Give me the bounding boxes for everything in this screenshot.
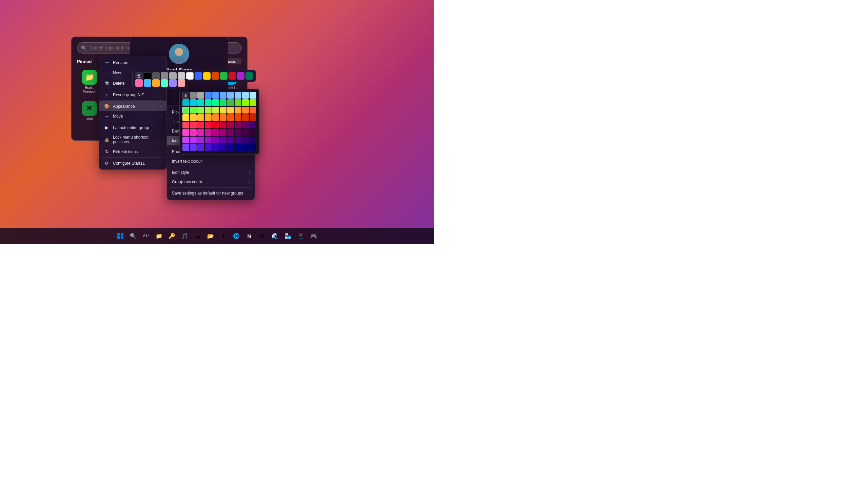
pal-p2[interactable] (190, 137, 197, 143)
edge-taskbar-button[interactable]: 🌊 (270, 230, 280, 241)
pal-r10[interactable] (250, 122, 256, 128)
pal-p1[interactable] (182, 137, 189, 143)
pal-y1[interactable] (182, 114, 189, 121)
pal-r6[interactable] (220, 122, 226, 128)
pal-o5[interactable] (235, 114, 241, 121)
ctx-appearance[interactable]: 🎨 Appearance › (99, 101, 166, 111)
pal-yg7[interactable] (227, 107, 234, 114)
ctx-lock[interactable]: 🔒 Lock menu shortcut positions (99, 133, 166, 147)
notion-taskbar-button[interactable]: N (244, 230, 255, 241)
color-swatch-skyblue[interactable] (144, 79, 151, 87)
pal-teal2[interactable] (190, 99, 197, 106)
files-taskbar-button[interactable]: 📁 (154, 230, 164, 241)
color-swatch-red[interactable] (229, 72, 236, 80)
pal-p8[interactable] (235, 137, 241, 143)
color-swatch-white[interactable] (186, 72, 194, 80)
pal-green3[interactable] (227, 99, 234, 106)
pal-green6[interactable] (250, 99, 256, 106)
pal-blue6[interactable] (242, 92, 249, 99)
pal-gray1[interactable] (190, 92, 197, 99)
pal-r1[interactable] (182, 122, 189, 128)
pal-i5[interactable] (212, 144, 219, 151)
pal-p6[interactable] (220, 137, 226, 143)
onedrive-taskbar-button[interactable]: ☁ (192, 230, 203, 241)
pal-teal3[interactable] (197, 99, 204, 106)
spotify-taskbar-button[interactable]: 🎵 (179, 230, 190, 241)
pal-p10[interactable] (250, 137, 256, 143)
trash-color-button[interactable]: 🗑 (135, 72, 143, 80)
pal-r8[interactable] (235, 122, 241, 128)
pal-yg8[interactable] (235, 107, 241, 114)
start-button[interactable] (115, 230, 126, 241)
pal-blue3[interactable] (220, 92, 226, 99)
color-swatch-black[interactable] (144, 72, 151, 80)
color-swatch-lavender[interactable] (169, 79, 177, 87)
pal-p4[interactable] (205, 137, 212, 143)
pal-selected[interactable] (182, 107, 189, 114)
ctx-configure[interactable]: ⚙ Configure Start11 (99, 158, 166, 168)
pal-i3[interactable] (197, 144, 204, 151)
vpn-taskbar-button[interactable]: 🌐 (231, 230, 242, 241)
ctx-refresh-icons[interactable]: ↻ Refresh icons (99, 147, 166, 157)
pal-p5[interactable] (212, 137, 219, 143)
ctx-resort[interactable]: ↕ Resort group A-Z (99, 90, 166, 100)
pal-blue1[interactable] (205, 92, 212, 99)
pal-r2[interactable] (190, 122, 197, 128)
color-swatch-teal[interactable] (245, 72, 253, 80)
pal-y3[interactable] (197, 114, 204, 121)
pal-m8[interactable] (235, 129, 241, 136)
pal-m5[interactable] (212, 129, 219, 136)
pal-gray2[interactable] (197, 92, 204, 99)
palette-trash[interactable]: 🗑 (182, 92, 189, 99)
color-swatch-yellow[interactable] (203, 72, 211, 80)
pal-i7[interactable] (227, 144, 234, 151)
pal-m10[interactable] (250, 129, 256, 136)
app-brad-personal[interactable]: 📁 Brad - Personal (77, 68, 102, 96)
color-swatch-gray[interactable] (161, 72, 168, 80)
pal-o6[interactable] (242, 114, 249, 121)
color-swatch-green[interactable] (220, 72, 228, 80)
pal-m2[interactable] (190, 129, 197, 136)
color-swatch-darkgray[interactable] (152, 72, 160, 80)
pal-yg5[interactable] (212, 107, 219, 114)
pal-o4[interactable] (227, 114, 234, 121)
pal-r9[interactable] (242, 122, 249, 128)
submenu-invert-text[interactable]: Invert text colour (167, 157, 255, 166)
pal-green1[interactable] (212, 99, 219, 106)
onepassword-taskbar-button[interactable]: 🔑 (166, 230, 177, 241)
color-swatch-pink[interactable] (135, 79, 143, 87)
submenu-icon-style[interactable]: Icon style › (167, 168, 255, 177)
pal-green4[interactable] (235, 99, 241, 106)
pal-m4[interactable] (205, 129, 212, 136)
pal-m1[interactable] (182, 129, 189, 136)
color-swatch-silver[interactable] (178, 72, 185, 80)
pal-blue5[interactable] (235, 92, 241, 99)
pal-r4[interactable] (205, 122, 212, 128)
search-taskbar-button[interactable]: 🔍 (128, 230, 139, 241)
pal-o3[interactable] (220, 114, 226, 121)
color-swatch-orange[interactable] (212, 72, 219, 80)
mail-taskbar-button[interactable]: ✉ (257, 230, 268, 241)
pal-yg2[interactable] (190, 107, 197, 114)
pal-p3[interactable] (197, 137, 204, 143)
pal-i10[interactable] (250, 144, 256, 151)
pal-o2[interactable] (212, 114, 219, 121)
pal-i4[interactable] (205, 144, 212, 151)
ctx-rename[interactable]: ✏ Rename (99, 58, 166, 67)
phone-taskbar-button[interactable]: 📱 (295, 230, 306, 241)
downloads-taskbar-button[interactable]: ⬇ (218, 230, 229, 241)
user-avatar[interactable] (169, 44, 189, 64)
color-swatch-purple[interactable] (237, 72, 244, 80)
color-swatch-lightgray[interactable] (169, 72, 177, 80)
pal-r3[interactable] (197, 122, 204, 128)
xbox-taskbar-button[interactable]: 🎮 (308, 230, 319, 241)
pal-yg3[interactable] (197, 107, 204, 114)
taskbar-icon-5[interactable]: 📂 (205, 230, 216, 241)
submenu-save-default[interactable]: Save settings as default for new groups (167, 188, 255, 198)
pal-teal1[interactable] (182, 99, 189, 106)
pal-r7[interactable] (227, 122, 234, 128)
color-swatch-blue[interactable] (195, 72, 202, 80)
pal-blue4[interactable] (227, 92, 234, 99)
ctx-move[interactable]: ↔ Move › (99, 111, 166, 121)
pal-yg10[interactable] (250, 107, 256, 114)
